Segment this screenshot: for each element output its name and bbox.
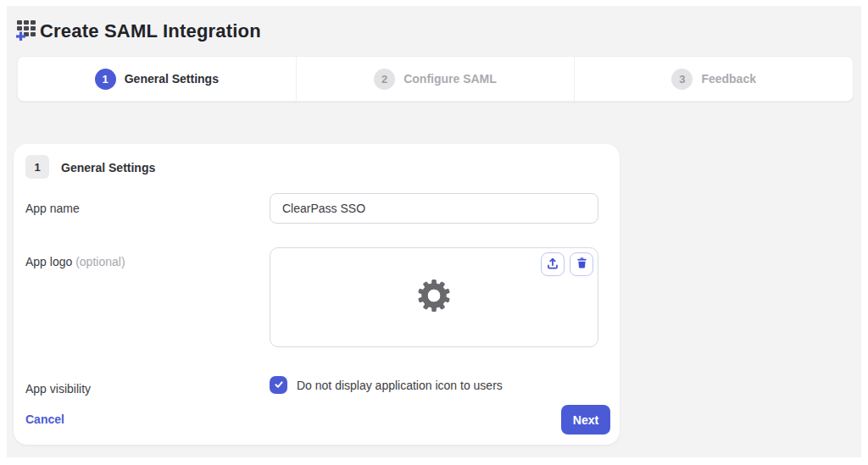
- upload-icon: [546, 257, 559, 273]
- app-visibility-checkbox[interactable]: [270, 376, 287, 394]
- wizard-stepper: 1 General Settings 2 Configure SAML 3 Fe…: [17, 56, 854, 102]
- check-icon: [274, 378, 284, 393]
- app-grid-add-icon: [15, 18, 38, 44]
- general-settings-card: 1 General Settings App name App logo (op…: [14, 144, 620, 445]
- trash-icon: [576, 257, 588, 272]
- delete-logo-button[interactable]: [570, 252, 593, 276]
- app-logo-dropzone[interactable]: [270, 247, 598, 347]
- page-header: Create SAML Integration: [15, 18, 261, 44]
- step-tab-general-settings[interactable]: 1 General Settings: [18, 57, 296, 101]
- app-visibility-control: Do not display application icon to users: [270, 376, 503, 394]
- step-label: Feedback: [701, 72, 756, 86]
- app-name-label: App name: [25, 202, 80, 215]
- app-visibility-checkbox-label: Do not display application icon to users: [297, 379, 503, 392]
- section-title: General Settings: [61, 161, 155, 174]
- step-label: Configure SAML: [403, 72, 497, 86]
- section-number-badge: 1: [25, 155, 49, 179]
- page-background: Create SAML Integration 1 General Settin…: [7, 6, 861, 457]
- app-logo-label: App logo (optional): [25, 255, 125, 268]
- step-tab-configure-saml[interactable]: 2 Configure SAML: [296, 57, 575, 101]
- upload-logo-button[interactable]: [541, 252, 565, 276]
- step-number-badge: 2: [374, 69, 395, 90]
- optional-hint: (optional): [75, 255, 125, 268]
- step-number-badge: 3: [671, 69, 693, 90]
- app-name-input[interactable]: [270, 193, 598, 224]
- gear-icon: [417, 279, 451, 316]
- step-label: General Settings: [125, 72, 219, 86]
- cancel-link[interactable]: Cancel: [25, 412, 64, 426]
- page-title: Create SAML Integration: [40, 20, 261, 42]
- step-tab-feedback[interactable]: 3 Feedback: [574, 57, 853, 101]
- next-button[interactable]: Next: [561, 405, 610, 435]
- logo-actions: [541, 252, 593, 276]
- step-number-badge: 1: [95, 69, 116, 90]
- app-visibility-label: App visibility: [25, 382, 91, 396]
